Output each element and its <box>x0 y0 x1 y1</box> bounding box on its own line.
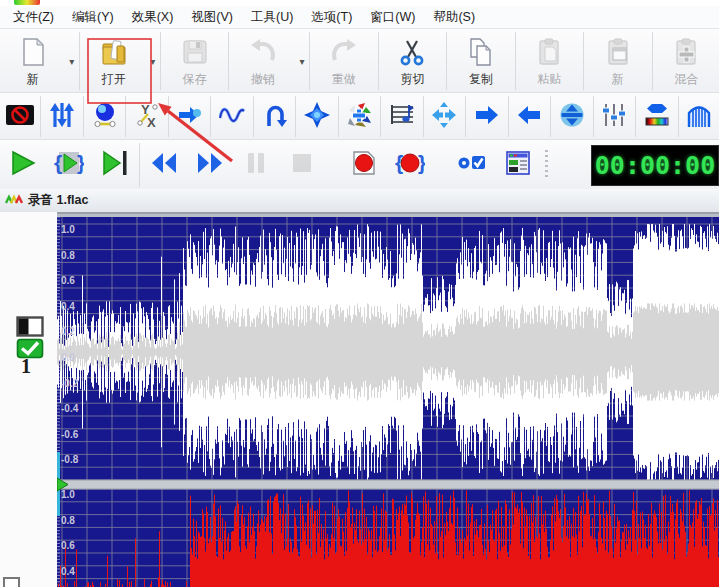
menu-window[interactable]: 窗口(W) <box>361 6 424 29</box>
open-file-dropdown[interactable]: ▾ <box>146 31 158 91</box>
menu-tools[interactable]: 工具(U) <box>242 6 302 29</box>
control-window-icon <box>504 149 532 181</box>
toolbar-separator <box>515 32 516 90</box>
svg-text:0.6: 0.6 <box>61 540 75 551</box>
cut-label: 剪切 <box>400 73 424 85</box>
toolbar-grip-handle[interactable] <box>543 150 550 180</box>
svg-text:{: { <box>395 151 403 174</box>
document-title: 录音 1.flac <box>28 192 88 209</box>
expand-vertical-button[interactable] <box>43 95 80 138</box>
new-file-button[interactable]: 新 <box>3 31 63 91</box>
device-control-button[interactable] <box>1 95 38 138</box>
shift-right-button[interactable] <box>468 95 505 138</box>
toolbar-separator <box>635 96 636 137</box>
rewind-icon <box>149 150 179 180</box>
monitor-off-icon <box>5 102 35 132</box>
mix-button: 混合 <box>656 31 716 91</box>
monitor-checkbox-icon <box>457 150 487 180</box>
toolbar-separator <box>593 96 594 137</box>
play-button[interactable] <box>1 142 45 188</box>
cut-button[interactable]: 剪切 <box>383 31 443 91</box>
menu-view[interactable]: 视图(V) <box>182 6 242 29</box>
paste-button: 粘贴 <box>520 31 580 91</box>
waveform-file-icon <box>5 192 23 210</box>
arrow-node-icon <box>177 102 203 132</box>
rewind-button[interactable] <box>142 142 186 188</box>
menu-effects[interactable]: 效果(X) <box>123 6 183 29</box>
mix-label: 混合 <box>674 73 698 85</box>
mechanize-button[interactable] <box>298 95 335 138</box>
four-way-arrows-icon <box>431 102 457 132</box>
time-display: 00:00:00 <box>591 145 719 186</box>
pinwheel-icon <box>346 102 372 132</box>
toolbar-separator <box>168 96 169 137</box>
effect-sphere-button[interactable] <box>86 95 123 138</box>
arch-gate-icon <box>686 102 712 132</box>
noise-gate-button[interactable] <box>681 95 718 138</box>
save-floppy-icon <box>181 37 209 71</box>
record-button[interactable] <box>342 142 386 188</box>
toolbar-separator <box>678 96 679 137</box>
menu-bar: 文件(Z) 编辑(Y) 效果(X) 视图(V) 工具(U) 选项(T) 窗口(W… <box>0 6 719 28</box>
channel-number-label: 1 <box>21 355 31 378</box>
spectrum-filter-button[interactable] <box>638 95 675 138</box>
chevron-down-icon: ▾ <box>150 56 155 67</box>
paste-label: 粘贴 <box>537 73 561 85</box>
reverse-button[interactable] <box>256 95 293 138</box>
record-selection-button[interactable]: {} <box>388 142 432 188</box>
play-selection-icon: {} <box>54 149 84 181</box>
undo-arrow-icon <box>248 37 278 71</box>
toolbar-separator <box>508 96 509 137</box>
toolbar-separator <box>40 96 41 137</box>
next-channel-view-toggle[interactable] <box>3 577 20 587</box>
time-warp-button[interactable] <box>426 95 463 138</box>
menu-edit[interactable]: 编辑(Y) <box>63 6 123 29</box>
doppler-button[interactable] <box>213 95 250 138</box>
toolbar-separator <box>160 32 161 90</box>
record-selection-icon: {} <box>395 149 425 181</box>
offset-button[interactable] <box>171 95 208 138</box>
toolbar-separator <box>446 32 447 90</box>
open-file-label: 打开 <box>102 73 126 85</box>
menu-file[interactable]: 文件(Z) <box>4 6 63 29</box>
open-file-button[interactable]: 打开 <box>84 31 144 91</box>
toolbar-separator <box>338 96 339 137</box>
menu-help[interactable]: 帮助(S) <box>424 6 484 29</box>
chevron-down-icon: ▾ <box>300 56 305 67</box>
save-button: 保存 <box>165 31 225 91</box>
control-window-button[interactable] <box>496 142 540 188</box>
toolbar-separator <box>380 96 381 137</box>
pitch-button[interactable] <box>383 95 420 138</box>
fast-forward-button[interactable] <box>188 142 232 188</box>
volume-expand-button[interactable] <box>553 95 590 138</box>
arrow-right-icon <box>474 102 500 132</box>
menu-options[interactable]: 选项(T) <box>302 6 361 29</box>
svg-text:}: } <box>77 151 84 174</box>
equalizer-sliders-icon <box>601 102 627 132</box>
undo-dropdown: ▾ <box>296 31 308 91</box>
app-logo-icon <box>14 0 40 5</box>
mixer-button[interactable] <box>341 95 378 138</box>
svg-text:-0.8: -0.8 <box>61 454 79 465</box>
expression-evaluator-button[interactable]: YX <box>128 95 165 138</box>
stop-button <box>280 142 324 188</box>
monitor-toggle-button[interactable] <box>450 142 494 188</box>
copy-button[interactable]: 复制 <box>451 31 511 91</box>
toolbar-separator <box>583 32 584 90</box>
play-to-end-button[interactable] <box>93 142 137 188</box>
waveform-display[interactable]: 1.00.80.60.40.20.0-0.2-0.4-0.6-0.81.00.8… <box>57 212 719 587</box>
toolbar-separator <box>423 96 424 137</box>
document-title-bar[interactable]: 录音 1.flac <box>0 189 719 213</box>
starburst-icon <box>304 102 330 132</box>
waveform-canvas: 1.00.80.60.40.20.0-0.2-0.4-0.6-0.81.00.8… <box>57 214 719 587</box>
copy-label: 复制 <box>469 73 493 85</box>
svg-text:0.4: 0.4 <box>61 301 75 312</box>
toolbar-separator <box>465 96 466 137</box>
shift-left-button[interactable] <box>511 95 548 138</box>
stop-icon <box>289 150 315 180</box>
svg-text:1.0: 1.0 <box>61 489 75 500</box>
new-file-dropdown[interactable]: ▾ <box>66 31 78 91</box>
new-document-icon <box>19 37 47 71</box>
equalizer-button[interactable] <box>596 95 633 138</box>
play-selection-button[interactable]: {} <box>47 142 91 188</box>
